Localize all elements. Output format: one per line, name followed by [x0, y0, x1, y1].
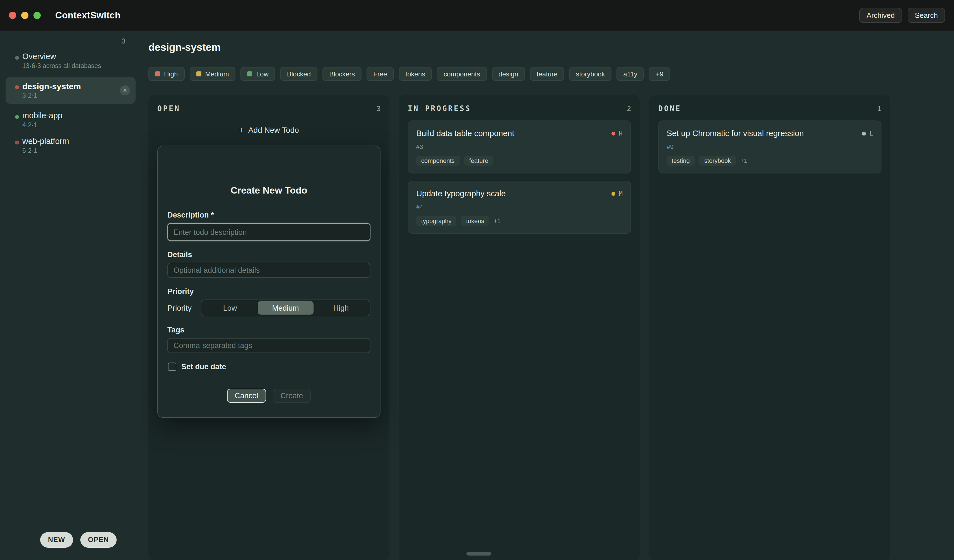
open-button[interactable]: OPEN	[80, 532, 117, 548]
window-controls	[9, 12, 41, 19]
database-list: Overview 13·6·3 across all databases des…	[0, 31, 141, 159]
plus-icon: +	[239, 125, 244, 134]
card-tag: testing	[667, 156, 695, 166]
priority-dot-icon	[612, 132, 616, 135]
filter-chip-feature[interactable]: feature	[530, 67, 564, 81]
card-title: Update typography scale	[416, 188, 506, 199]
priority-option-high[interactable]: High	[313, 301, 369, 314]
priority-segmented-control: Low Medium High	[201, 300, 371, 316]
due-date-label: Set due date	[181, 362, 226, 371]
priority-option-medium[interactable]: Medium	[258, 301, 313, 314]
card-tag: typography	[416, 216, 457, 226]
priority-letter: L	[870, 130, 873, 137]
sidebar-footer: NEW OPEN	[40, 532, 117, 548]
priority-dot-icon	[612, 192, 616, 196]
kanban-board: OPEN 3 + Add New Todo Create New Todo De…	[148, 95, 954, 560]
app-title: ContextSwitch	[55, 10, 120, 21]
sidebar-item-label: Overview	[22, 52, 132, 61]
filter-chip-blockers[interactable]: Blockers	[323, 67, 362, 81]
sidebar-item-overview[interactable]: Overview 13·6·3 across all databases	[0, 48, 141, 74]
new-button[interactable]: NEW	[40, 532, 73, 548]
column-title: IN PROGRESS	[408, 104, 471, 113]
due-date-row[interactable]: Set due date	[168, 362, 371, 371]
filter-chip-more[interactable]: +9	[649, 67, 670, 81]
sidebar-item-web-platform[interactable]: web-platform 6·2·1	[0, 133, 141, 159]
card-id: #3	[416, 143, 623, 150]
card-id: #4	[416, 204, 623, 210]
description-label: Description *	[167, 211, 371, 219]
priority-letter: M	[619, 190, 623, 198]
column-in-progress: IN PROGRESS 2 Build data table component…	[399, 95, 640, 560]
priority-low-swatch-icon	[248, 72, 253, 76]
column-done: DONE 1 Set up Chromatic for visual regre…	[649, 95, 890, 560]
card-title: Set up Chromatic for visual regression	[667, 128, 804, 139]
add-new-todo-button[interactable]: + Add New Todo	[157, 121, 380, 138]
horizontal-scrollbar[interactable]	[466, 552, 491, 555]
database-dot-icon	[15, 86, 19, 89]
tags-input[interactable]	[167, 338, 371, 353]
todo-card[interactable]: Set up Chromatic for visual regression L…	[658, 120, 881, 173]
filter-chip-free[interactable]: Free	[366, 67, 394, 81]
sidebar-item-subtitle: 13·6·3 across all databases	[22, 62, 132, 70]
column-title: DONE	[658, 104, 681, 113]
create-button[interactable]: Create	[273, 389, 311, 403]
card-tag: tokens	[461, 216, 489, 226]
todo-card[interactable]: Update typography scale M #4 typography …	[408, 181, 631, 234]
card-title: Build data table component	[416, 128, 514, 139]
column-title: OPEN	[157, 104, 181, 113]
cancel-button[interactable]: Cancel	[227, 389, 266, 403]
filter-chip-a11y[interactable]: a11y	[617, 67, 644, 81]
dialog-title: Create New Todo	[167, 185, 371, 196]
due-date-checkbox[interactable]	[168, 362, 176, 371]
sidebar-item-subtitle: 6·2·1	[22, 147, 132, 154]
tags-label: Tags	[167, 326, 371, 334]
card-tag-more: +1	[494, 218, 501, 224]
priority-option-low[interactable]: Low	[202, 301, 258, 314]
card-id: #9	[667, 143, 873, 150]
sidebar: 3 Overview 13·6·3 across all databases d…	[0, 31, 141, 560]
window-zoom-button[interactable]	[33, 12, 41, 19]
details-input[interactable]	[167, 263, 371, 278]
filter-chip-blocked[interactable]: Blocked	[281, 67, 318, 81]
window-close-button[interactable]	[9, 12, 16, 19]
filter-chip-low[interactable]: Low	[241, 67, 275, 81]
column-count: 1	[878, 104, 881, 113]
card-tag: components	[416, 156, 460, 166]
sidebar-item-label: design-system	[22, 81, 127, 91]
close-icon[interactable]: ×	[120, 86, 130, 95]
sidebar-item-mobile-app[interactable]: mobile-app 4·2·1	[0, 107, 141, 133]
filter-chip-storybook[interactable]: storybook	[569, 67, 612, 81]
database-dot-icon	[15, 115, 19, 119]
filter-chip-tokens[interactable]: tokens	[399, 67, 432, 81]
column-count: 3	[377, 104, 380, 113]
column-open: OPEN 3 + Add New Todo Create New Todo De…	[148, 95, 390, 560]
create-todo-dialog: Create New Todo Description * Details Pr…	[157, 146, 380, 418]
app-window: ContextSwitch Archived Search 3 Overview…	[0, 0, 954, 560]
titlebar: ContextSwitch Archived Search	[0, 0, 954, 31]
main-content: design-system High Medium Low Blocked Bl…	[141, 31, 954, 560]
database-dot-icon	[15, 140, 19, 145]
priority-label: Priority	[167, 287, 371, 296]
priority-dot-icon	[862, 132, 866, 135]
priority-medium-swatch-icon	[196, 72, 201, 76]
todo-card[interactable]: Build data table component H #3 componen…	[408, 120, 631, 173]
priority-row-label: Priority	[167, 303, 192, 312]
filter-chip-design[interactable]: design	[492, 67, 525, 81]
database-dot-icon	[15, 56, 19, 60]
sidebar-item-subtitle: 3·2·1	[22, 92, 127, 99]
card-tag: storybook	[699, 156, 736, 166]
priority-letter: H	[619, 130, 623, 137]
filter-bar: High Medium Low Blocked Blockers Free to…	[148, 67, 954, 81]
description-input[interactable]	[167, 223, 371, 241]
filter-chip-medium[interactable]: Medium	[189, 67, 235, 81]
priority-high-swatch-icon	[155, 72, 160, 76]
archived-button[interactable]: Archived	[859, 8, 902, 23]
filter-chip-label: Low	[256, 70, 269, 78]
card-tag-more: +1	[740, 157, 747, 164]
window-minimize-button[interactable]	[21, 12, 28, 19]
search-button[interactable]: Search	[908, 8, 945, 23]
filter-chip-high[interactable]: High	[148, 67, 184, 81]
sidebar-item-design-system[interactable]: design-system 3·2·1 ×	[6, 77, 136, 104]
card-tag: feature	[464, 156, 493, 166]
filter-chip-components[interactable]: components	[437, 67, 487, 81]
